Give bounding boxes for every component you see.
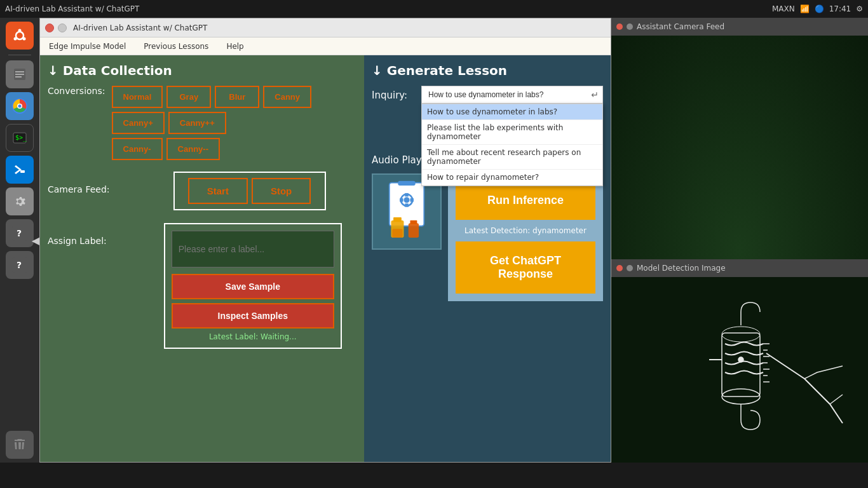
svg-rect-16 <box>20 170 25 173</box>
generate-lesson-title: ↓ Generate Lesson <box>372 63 603 78</box>
camera-btn-row: Start Stop <box>180 178 320 204</box>
window-titlebar: AI-driven Lab Assistant w/ ChatGPT <box>40 18 611 37</box>
inquiry-row: Inquiry: ↵ How to use dynamometer in lab… <box>372 86 603 104</box>
window-close-button[interactable] <box>45 24 54 32</box>
taskbar-bottom <box>0 463 868 488</box>
conv-row-1: Normal Gray Blur Canny <box>112 86 312 108</box>
save-sample-button[interactable]: Save Sample <box>172 274 334 299</box>
inference-panel: Run Inference Latest Detection: dynamome… <box>448 173 603 301</box>
dropdown-item-1[interactable]: Please list the lab experiments with dyn… <box>422 120 602 145</box>
svg-text:$>_: $>_ <box>15 134 27 142</box>
svg-rect-33 <box>410 220 417 224</box>
dropdown-item-2[interactable]: Tell me about recent research papers on … <box>422 145 602 170</box>
svg-rect-22 <box>398 181 415 186</box>
svg-rect-32 <box>409 223 419 238</box>
sidebar-divider <box>8 55 31 55</box>
data-collection-title: ↓ Data Collection <box>48 63 356 78</box>
svg-point-4 <box>14 37 17 41</box>
conv-btn-canny-minusminus[interactable]: Canny-- <box>166 138 220 160</box>
sidebar: $>_ ? ? ◀ <box>0 18 39 463</box>
nvidia-label: MAXN <box>772 4 795 13</box>
sidebar-icon-files[interactable] <box>6 60 34 88</box>
label-input[interactable] <box>172 231 334 268</box>
svg-rect-26 <box>410 198 413 201</box>
sidebar-icon-help[interactable]: ? <box>6 219 34 247</box>
inquiry-input[interactable] <box>426 89 591 100</box>
conversions-label: Conversions: <box>48 86 105 96</box>
sidebar-collapse-arrow[interactable]: ◀ <box>32 234 39 247</box>
svg-rect-28 <box>405 203 408 207</box>
settings-icon[interactable]: ⚙ <box>856 4 863 13</box>
camera-close-dot[interactable] <box>616 24 623 30</box>
svg-point-34 <box>722 327 760 342</box>
data-collection-panel: ↓ Data Collection Conversions: Normal Gr… <box>40 55 364 462</box>
sidebar-icon-settings[interactable] <box>6 187 34 215</box>
sidebar-icon-terminal[interactable]: $>_ <box>6 124 34 152</box>
camera-feed-label: Camera Feed: <box>48 172 110 194</box>
generate-lesson-panel: ↓ Generate Lesson Inquiry: ↵ How to use … <box>364 55 611 462</box>
chatgpt-response-button[interactable]: Get ChatGPT Response <box>456 241 595 294</box>
conversion-buttons: Normal Gray Blur Canny Canny+ Canny++ Ca… <box>112 86 312 160</box>
app-window: AI-driven Lab Assistant w/ ChatGPT Edge … <box>39 18 611 463</box>
svg-text:?: ? <box>17 260 22 270</box>
taskbar-top: AI-driven Lab Assistant w/ ChatGPT MAXN … <box>0 0 868 18</box>
app-content: ↓ Data Collection Conversions: Normal Gr… <box>40 55 611 462</box>
taskbar-app-title: AI-driven Lab Assistant w/ ChatGPT <box>5 4 139 13</box>
conv-btn-canny-minus[interactable]: Canny- <box>112 138 163 160</box>
svg-rect-25 <box>400 198 403 201</box>
bluetooth-icon: 🔵 <box>815 4 824 13</box>
svg-rect-7 <box>15 74 24 75</box>
sidebar-icon-ubuntu[interactable] <box>6 22 34 50</box>
sidebar-icon-help2[interactable]: ? <box>6 251 34 279</box>
camera-feed-box: Start Stop <box>173 172 326 210</box>
menu-help[interactable]: Help <box>222 41 247 52</box>
clock: 17:41 <box>829 4 851 13</box>
conv-btn-canny[interactable]: Canny <box>263 86 311 108</box>
model-detection-label: Model Detection Image <box>637 264 726 273</box>
dropdown-item-3[interactable]: How to repair dynamometer? <box>422 170 602 186</box>
start-button[interactable]: Start <box>188 178 248 204</box>
inquiry-enter-icon: ↵ <box>591 90 599 100</box>
conv-btn-normal[interactable]: Normal <box>112 86 163 108</box>
dropdown-item-0[interactable]: How to use dynamometer in labs? <box>422 104 602 120</box>
right-camera-area: Assistant Camera Feed Model Detection Im… <box>611 18 868 463</box>
menu-edge-impulse[interactable]: Edge Impulse Model <box>45 41 130 52</box>
svg-point-45 <box>738 357 743 362</box>
assign-label-header: Assign Label: <box>48 223 107 246</box>
conv-btn-canny-plus[interactable]: Canny+ <box>112 112 165 134</box>
conv-row-2: Canny+ Canny++ <box>112 112 312 134</box>
svg-rect-8 <box>15 76 22 78</box>
window-minimize-button[interactable] <box>58 24 67 32</box>
conv-btn-blur[interactable]: Blur <box>215 86 259 108</box>
dynamo-sketch <box>690 296 855 463</box>
svg-rect-6 <box>15 71 24 72</box>
model-close-dot[interactable] <box>616 265 623 271</box>
svg-point-24 <box>403 197 409 203</box>
sidebar-icon-vscode[interactable] <box>6 156 34 184</box>
sidebar-icon-trash[interactable] <box>6 431 34 459</box>
menu-previous-lessons[interactable]: Previous Lessons <box>140 41 212 52</box>
inquiry-dropdown: How to use dynamometer in labs? Please l… <box>421 104 603 186</box>
svg-text:?: ? <box>17 228 22 238</box>
model-min-dot[interactable] <box>627 265 633 271</box>
inspect-samples-button[interactable]: Inspect Samples <box>172 303 334 329</box>
run-inference-button[interactable]: Run Inference <box>456 181 595 220</box>
menubar: Edge Impulse Model Previous Lessons Help <box>40 37 611 55</box>
conv-btn-canny-plusplus[interactable]: Canny++ <box>168 112 226 134</box>
inquiry-input-wrap: ↵ How to use dynamometer in labs? Please… <box>421 86 603 104</box>
latest-label-text: Latest Label: Waiting... <box>172 332 334 341</box>
sidebar-icon-chromium[interactable] <box>6 92 34 120</box>
stop-button[interactable]: Stop <box>252 178 311 204</box>
taskbar-right: MAXN 📶 🔵 17:41 ⚙ <box>772 4 863 13</box>
camera-panel-label: Assistant Camera Feed <box>637 22 724 31</box>
latest-detection-text: Latest Detection: dynamometer <box>456 226 595 235</box>
bottom-inference-row: Run Inference Latest Detection: dynamome… <box>372 173 603 301</box>
svg-point-12 <box>18 105 22 108</box>
svg-rect-27 <box>405 193 408 196</box>
wifi-icon: 📶 <box>800 4 810 13</box>
inquiry-label: Inquiry: <box>372 86 416 101</box>
window-title: AI-driven Lab Assistant w/ ChatGPT <box>73 24 207 32</box>
conv-btn-gray[interactable]: Gray <box>166 86 211 108</box>
camera-min-dot[interactable] <box>627 24 633 30</box>
svg-point-3 <box>23 37 26 41</box>
